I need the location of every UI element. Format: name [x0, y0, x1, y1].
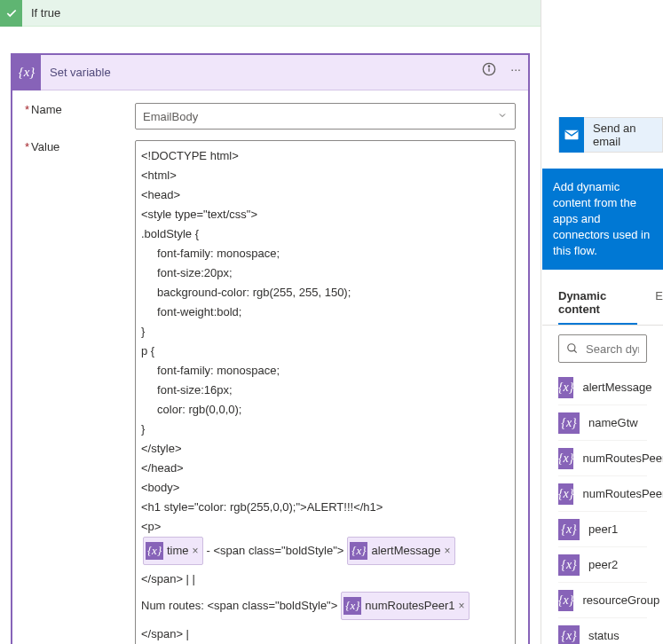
- dc-item-numRoutesPeer1[interactable]: {x}numRoutesPeer1: [558, 441, 647, 476]
- dynamic-content-list: {x}alertMessage {x}nameGtw {x}numRoutesP…: [558, 370, 647, 644]
- code-line: font-weight:bold;: [141, 302, 509, 322]
- side-pane: Send an email Add dynamic content from t…: [542, 0, 663, 644]
- dc-item-label: status: [588, 629, 620, 642]
- dc-item-label: peer1: [588, 522, 618, 536]
- code-line: font-family: monospace;: [141, 361, 509, 381]
- code-line: }: [141, 322, 509, 342]
- fx-icon: {x}: [558, 483, 573, 505]
- dc-item-nameGtw[interactable]: {x}nameGtw: [558, 405, 647, 441]
- value-editor[interactable]: <!DOCTYPE html> <html> <head> <style typ…: [135, 140, 516, 644]
- search-input[interactable]: [586, 342, 639, 356]
- value-row: *Value <!DOCTYPE html> <html> <head> <st…: [25, 140, 516, 644]
- search-dynamic-content[interactable]: [558, 334, 647, 363]
- tabs: Dynamic content E: [542, 280, 663, 326]
- fx-icon: {x}: [558, 590, 573, 611]
- fx-icon: {x}: [558, 519, 580, 540]
- card-header[interactable]: {x} Set variable ···: [12, 55, 528, 90]
- svg-point-4: [568, 344, 575, 351]
- condition-true-header[interactable]: If true: [0, 0, 541, 27]
- fx-icon: {x}: [343, 597, 361, 615]
- token-label: numRoutesPeer1: [365, 593, 454, 618]
- dc-item-label: numRoutesPeer1: [582, 452, 663, 465]
- code-line: <p>: [141, 517, 509, 537]
- more-icon[interactable]: ···: [510, 62, 521, 79]
- fx-icon: {x}: [558, 448, 573, 469]
- name-label-text: Name: [31, 103, 62, 116]
- code-line: }: [141, 420, 509, 439]
- outlook-icon: [559, 117, 584, 153]
- code-line: {x}time× - <span class="boldStyle"> {x}a…: [141, 537, 509, 592]
- dc-item-label: numRoutesPeer2: [582, 487, 663, 500]
- fx-icon: {x}: [350, 542, 367, 560]
- remove-token-icon[interactable]: ×: [459, 593, 465, 618]
- text-fragment: </span> |: [141, 622, 189, 644]
- token-numRoutesPeer1[interactable]: {x}numRoutesPeer1×: [341, 592, 469, 620]
- svg-line-5: [574, 350, 577, 353]
- name-select[interactable]: EmailBody: [135, 103, 516, 130]
- code-line: <!DOCTYPE html>: [141, 146, 509, 166]
- dc-item-peer1[interactable]: {x}peer1: [558, 512, 647, 547]
- send-email-label: Send an email: [584, 118, 662, 152]
- code-line: <body>: [141, 478, 509, 498]
- code-line: font-size:20px;: [141, 263, 509, 283]
- code-line: p {: [141, 342, 509, 361]
- dc-item-label: nameGtw: [588, 416, 638, 429]
- code-line: background-color: rgb(255, 255, 150);: [141, 283, 509, 302]
- value-label: *Value: [25, 140, 135, 153]
- card-actions: ···: [482, 62, 521, 79]
- code-line: color: rgb(0,0,0);: [141, 400, 509, 420]
- tab-dynamic-content[interactable]: Dynamic content: [558, 280, 637, 325]
- code-line: <style type="text/css">: [141, 205, 509, 224]
- dc-item-label: alertMessage: [582, 381, 651, 394]
- dynamic-content-banner: Add dynamic content from the apps and co…: [542, 169, 663, 270]
- fx-icon: {x}: [146, 542, 163, 560]
- remove-token-icon[interactable]: ×: [193, 538, 199, 563]
- main-pane: If true {x} Set variable ··· *Name Email…: [0, 0, 541, 644]
- name-label: *Name: [25, 103, 135, 116]
- svg-point-2: [489, 66, 490, 67]
- tab-expression[interactable]: E: [655, 280, 663, 325]
- dc-item-alertMessage[interactable]: {x}alertMessage: [558, 370, 647, 405]
- check-icon: [0, 0, 22, 27]
- fx-icon: {x}: [12, 55, 41, 90]
- code-line: font-size:16px;: [141, 381, 509, 400]
- code-line: font-family: monospace;: [141, 244, 509, 263]
- set-variable-card: {x} Set variable ··· *Name EmailBody: [11, 53, 530, 644]
- name-select-value: EmailBody: [143, 110, 198, 123]
- token-alertMessage[interactable]: {x}alertMessage×: [347, 537, 454, 565]
- condition-true-title: If true: [22, 6, 60, 20]
- dc-item-numRoutesPeer2[interactable]: {x}numRoutesPeer2: [558, 476, 647, 512]
- remove-token-icon[interactable]: ×: [444, 538, 450, 563]
- chevron-down-icon: [497, 110, 508, 123]
- fx-icon: {x}: [558, 412, 580, 434]
- code-line: </head>: [141, 459, 509, 478]
- dc-item-label: peer2: [588, 558, 618, 571]
- code-line: <head>: [141, 185, 509, 205]
- code-line: <html>: [141, 166, 509, 185]
- token-time[interactable]: {x}time×: [143, 537, 203, 565]
- dc-item-label: resourceGroup: [582, 593, 659, 607]
- text-fragment: </span> | |: [141, 567, 195, 592]
- code-line: </style>: [141, 439, 509, 459]
- token-label: alertMessage: [371, 538, 440, 563]
- dc-item-resourceGroup[interactable]: {x}resourceGroup: [558, 583, 647, 618]
- text-fragment: - <span class="boldStyle">: [207, 538, 344, 563]
- fx-icon: {x}: [558, 554, 580, 576]
- code-line: .boldStyle {: [141, 224, 509, 244]
- info-icon[interactable]: [482, 62, 496, 79]
- card-title: Set variable: [41, 66, 111, 79]
- token-label: time: [167, 538, 189, 563]
- fx-icon: {x}: [558, 377, 573, 398]
- dc-item-status[interactable]: {x}status: [558, 618, 647, 644]
- code-line: <h1 style="color: rgb(255,0,0);">ALERT!!…: [141, 498, 509, 517]
- value-label-text: Value: [31, 140, 59, 153]
- search-icon: [566, 342, 579, 355]
- dc-item-peer2[interactable]: {x}peer2: [558, 547, 647, 583]
- fx-icon: {x}: [558, 625, 580, 645]
- code-line: Num routes: <span class="boldStyle"> {x}…: [141, 592, 509, 644]
- name-row: *Name EmailBody: [25, 103, 516, 130]
- card-body: *Name EmailBody *Value <!DOCTYPE html> <: [12, 90, 528, 644]
- text-fragment: Num routes: <span class="boldStyle">: [141, 593, 337, 618]
- send-email-card[interactable]: Send an email: [558, 117, 663, 153]
